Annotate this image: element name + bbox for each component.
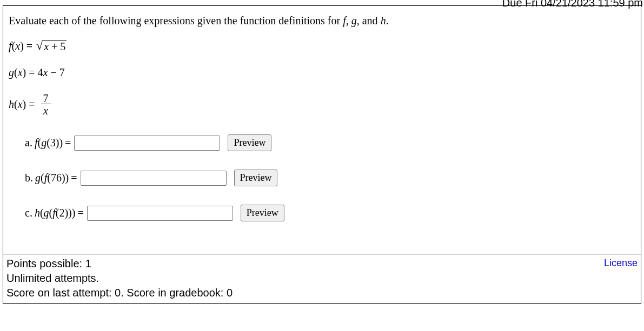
preview-button[interactable]: Preview — [228, 134, 271, 151]
answer-input-b[interactable] — [81, 171, 227, 186]
license-link[interactable]: License — [604, 256, 638, 269]
part-a: a. f(g(3)) = Preview — [25, 134, 635, 151]
part-b: b. g(f(76)) = Preview — [25, 170, 635, 186]
definition-h: h(x) = 7 x — [9, 93, 635, 116]
part-label: b. — [25, 172, 33, 184]
preview-button[interactable]: Preview — [241, 205, 284, 221]
fraction-num: 7 — [41, 93, 51, 104]
fraction: 7 x — [41, 93, 51, 116]
instructions: Evaluate each of the following expressio… — [9, 15, 635, 27]
answer-input-a[interactable] — [74, 136, 220, 151]
question-box: Evaluate each of the following expressio… — [3, 5, 641, 304]
part-c: c. h(g(f(2))) = Preview — [25, 205, 635, 221]
attempts: Unlimited attempts. — [6, 271, 636, 286]
fraction-den: x — [41, 104, 50, 116]
sqrt-icon: √x + 5 — [36, 40, 67, 52]
points-possible: Points possible: 1 — [6, 256, 636, 271]
instr-end: . — [386, 15, 389, 26]
definition-f: f(x) = √x + 5 — [9, 40, 635, 52]
part-label: a. — [25, 137, 32, 149]
score-line: Score on last attempt: 0. Score in grade… — [6, 286, 636, 300]
preview-button[interactable]: Preview — [234, 170, 278, 186]
answer-input-c[interactable] — [87, 206, 233, 221]
instr-tail: , and — [357, 15, 381, 26]
part-label: c. — [25, 207, 32, 219]
instructions-text: Evaluate each of the following expressio… — [9, 15, 343, 26]
footer: License Points possible: 1 Unlimited att… — [3, 254, 641, 303]
definition-g: g(x) = 4x − 7 — [9, 66, 635, 79]
